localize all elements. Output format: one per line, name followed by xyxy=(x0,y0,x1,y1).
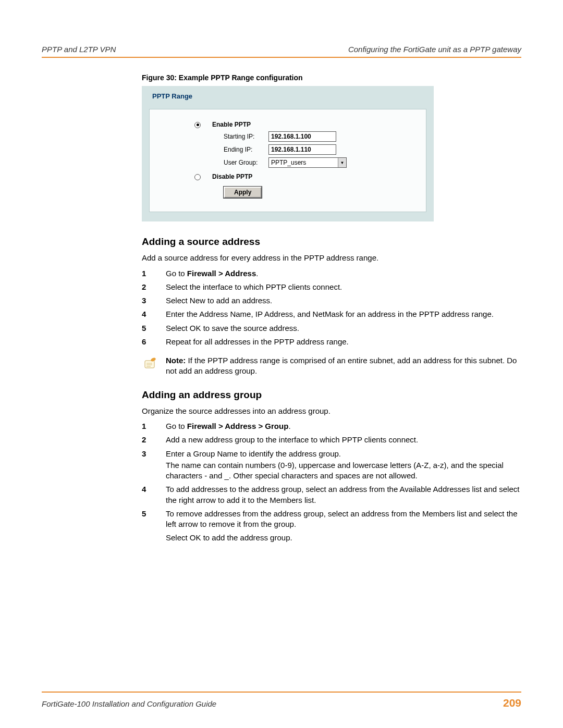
step-text: Go to Firewall > Address > Group. xyxy=(166,421,521,431)
step-number: 5 xyxy=(142,509,166,544)
step-number: 4 xyxy=(142,484,166,505)
step-number: 2 xyxy=(142,435,166,445)
page-number: 209 xyxy=(503,697,521,709)
pptp-panel: Enable PPTP Starting IP: Ending IP: User… xyxy=(149,109,426,212)
user-group-value: PPTP_users xyxy=(269,159,338,166)
step-text: Select OK to save the source address. xyxy=(166,323,521,334)
step-number: 2 xyxy=(142,282,166,292)
section1-intro: Add a source address for every address i… xyxy=(142,253,521,263)
note-icon xyxy=(142,355,166,373)
section2-intro: Organize the source addresses into an ad… xyxy=(142,406,521,416)
section2-title: Adding an address group xyxy=(142,389,521,401)
step-number: 4 xyxy=(142,309,166,319)
user-group-select[interactable]: PPTP_users ▼ xyxy=(268,157,347,168)
step-text: Select the interface to which PPTP clien… xyxy=(166,282,521,292)
section1-title: Adding a source address xyxy=(142,236,521,248)
tab-pptp-range[interactable]: PPTP Range xyxy=(148,90,199,103)
figure-screenshot: PPTP Range Enable PPTP Starting IP: Endi… xyxy=(142,86,434,221)
svg-rect-0 xyxy=(145,361,154,368)
footer-title: FortiGate-100 Installation and Configura… xyxy=(42,699,216,708)
step-text: Add a new address group to the interface… xyxy=(166,435,521,445)
figure-caption: Figure 30: Example PPTP Range configurat… xyxy=(142,73,521,82)
step-number: 1 xyxy=(142,268,166,279)
radio-enable-pptp[interactable] xyxy=(194,122,201,128)
step-text: To remove addresses from the address gro… xyxy=(166,509,521,544)
step-text: Go to Firewall > Address. xyxy=(166,268,521,279)
section1-steps: 1 Go to Firewall > Address. 2 Select the… xyxy=(166,268,521,348)
step-number: 6 xyxy=(142,337,166,347)
disable-pptp-label: Disable PPTP xyxy=(212,173,264,180)
radio-disable-pptp[interactable] xyxy=(194,174,201,180)
step-text: Enter a Group Name to identify the addre… xyxy=(166,449,521,482)
note-text: Note: If the PPTP address range is compr… xyxy=(166,355,521,377)
header-right: Configuring the FortiGate unit as a PPTP… xyxy=(348,45,521,54)
step-number: 5 xyxy=(142,323,166,334)
footer-rule xyxy=(42,692,521,693)
apply-button[interactable]: Apply xyxy=(224,187,262,198)
enable-pptp-label: Enable PPTP xyxy=(212,121,264,128)
step-text: To add addresses to the address group, s… xyxy=(166,484,521,505)
dropdown-icon[interactable]: ▼ xyxy=(338,158,346,167)
ending-ip-input[interactable] xyxy=(268,144,336,155)
step-number: 3 xyxy=(142,295,166,306)
ending-ip-label: Ending IP: xyxy=(224,146,268,153)
header-left: PPTP and L2TP VPN xyxy=(42,45,116,54)
section2-steps: 1 Go to Firewall > Address > Group. 2 Ad… xyxy=(166,421,521,544)
header-rule xyxy=(42,57,521,58)
step-text: Enter the Address Name, IP Address, and … xyxy=(166,309,521,319)
starting-ip-label: Starting IP: xyxy=(224,133,268,140)
step-text: Repeat for all addresses in the PPTP add… xyxy=(166,337,521,347)
step-number: 1 xyxy=(142,421,166,431)
user-group-label: User Group: xyxy=(224,159,268,166)
starting-ip-input[interactable] xyxy=(268,131,336,142)
step-number: 3 xyxy=(142,449,166,482)
step-text: Select New to add an address. xyxy=(166,295,521,306)
